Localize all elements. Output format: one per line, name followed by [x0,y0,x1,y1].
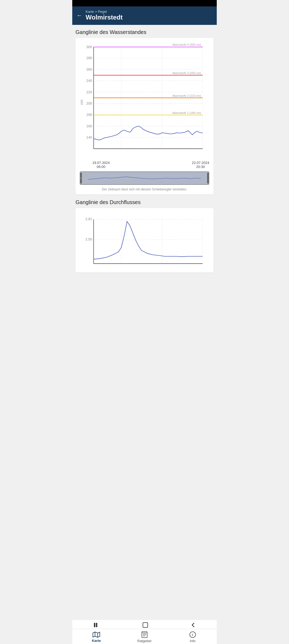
flow-chart: 2,81 2,50 [78,211,211,269]
flow-section-title: Ganglinie des Durchflusses [75,199,214,205]
svg-text:Alarmstufe 4 (300 cm): Alarmstufe 4 (300 cm) [172,43,201,46]
back-button[interactable]: ← [77,12,82,19]
flow-chart-card: 2,81 2,50 [75,208,214,273]
svg-text:2,81: 2,81 [85,217,92,221]
time-range-slider[interactable] [80,171,209,185]
slider-hint: Der Zeitraum lässt sich mit diesem Schie… [78,187,211,191]
svg-text:260: 260 [86,67,92,71]
svg-text:cm: cm [79,100,84,105]
slider-right-handle[interactable] [207,173,209,183]
svg-text:220: 220 [86,90,92,94]
status-bar [72,0,217,6]
water-level-section-title: Ganglinie des Wasserstandes [75,29,214,35]
svg-text:Alarmstufe 3 (250 cm): Alarmstufe 3 (250 cm) [172,71,201,75]
svg-text:Alarmstufe 2 (210 cm): Alarmstufe 2 (210 cm) [172,94,201,97]
svg-text:280: 280 [86,56,92,60]
svg-text:2,50: 2,50 [85,237,92,241]
water-level-chart-card: cm [75,38,214,194]
svg-text:Alarmstufe 1 (180 cm): Alarmstufe 1 (180 cm) [172,111,201,114]
svg-text:180: 180 [86,113,92,117]
x-label-2-time: 20:30 [192,165,209,169]
header: ← Karte > Pegel Wolmirstedt [72,6,217,25]
svg-text:140: 140 [86,135,92,139]
water-level-chart: cm [78,41,211,163]
svg-text:240: 240 [86,79,92,83]
main-content: Ganglinie des Wasserstandes cm [72,25,217,309]
breadcrumb: Karte > Pegel [86,10,123,14]
svg-text:200: 200 [86,101,92,105]
slider-left-handle[interactable] [80,173,82,183]
page-title: Wolmirstedt [86,14,123,21]
svg-text:160: 160 [86,124,92,128]
x-label-1-time: 06:00 [92,165,110,169]
svg-text:300: 300 [86,45,92,49]
